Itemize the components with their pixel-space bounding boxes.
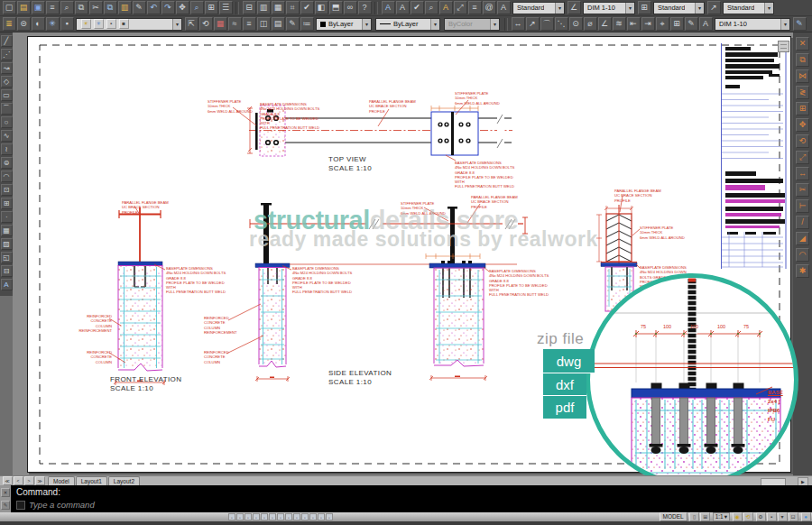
chevron-down-icon[interactable]: ▾ [430, 19, 439, 30]
quick-dimension-icon[interactable]: ≋ [613, 17, 626, 31]
snap-toggle[interactable]: ▫ [228, 513, 235, 520]
command-input-line[interactable]: Type a command [16, 500, 95, 510]
line-icon[interactable]: ╱ [1, 35, 13, 47]
layer-properties-icon[interactable]: ≣ [3, 17, 16, 31]
tab-layout2[interactable]: Layout2 [108, 476, 140, 485]
radius-dimension-icon[interactable]: ⊙ [569, 17, 583, 31]
layer-on-icon[interactable]: ☀ [81, 19, 91, 29]
table-icon[interactable]: ⊟ [1, 265, 13, 277]
new-file-icon[interactable]: ▢ [3, 1, 16, 14]
annotation-scale-control[interactable]: 1:1 ▾ [713, 512, 730, 521]
dimension-edit-icon[interactable]: ✎ [685, 17, 698, 31]
color-control-icon[interactable]: ▦ [214, 17, 227, 31]
xref-icon[interactable]: ⬒ [329, 1, 343, 14]
linear-dimension-icon[interactable]: ↔ [512, 17, 525, 31]
osnap-toggle[interactable]: ▫ [261, 513, 268, 520]
text-style-combo[interactable]: Standard ▾ [512, 2, 565, 14]
make-object-layer-icon[interactable]: ⇱ [185, 17, 198, 31]
match-layer-icon[interactable]: ✎ [286, 17, 300, 31]
mirror-icon[interactable]: ⋈ [796, 69, 809, 83]
match-properties-icon[interactable]: ✎ [133, 1, 146, 14]
quick-view-layouts-icon[interactable]: ▯ [689, 512, 699, 521]
move-icon[interactable]: ✥ [796, 118, 809, 132]
chevron-down-icon[interactable]: ▾ [764, 3, 773, 14]
hatch-icon[interactable]: ▦ [1, 225, 13, 236]
markup-icon[interactable]: ✔ [300, 1, 314, 14]
erase-icon[interactable]: ✕ [796, 37, 809, 51]
dimension-text-edit-icon[interactable]: A [699, 17, 713, 31]
trim-icon[interactable]: ✂ [796, 183, 809, 197]
otrack-toggle[interactable]: ▫ [269, 513, 276, 520]
plot-style-icon[interactable]: ◫ [257, 17, 271, 31]
first-tab-icon[interactable]: ≪ [3, 476, 13, 485]
am-toggle[interactable]: ▫ [318, 513, 325, 520]
layer-lock-icon[interactable]: ▪ [106, 19, 116, 29]
status-menu-icon[interactable]: ▾ [778, 512, 788, 521]
workspace-switch-icon[interactable]: ⚙ [756, 512, 766, 521]
justify-text-icon[interactable]: ≡ [468, 1, 482, 14]
mleader-style-manager-icon[interactable]: ↗ [707, 1, 721, 14]
tolerance-icon[interactable]: ⊞ [670, 17, 684, 31]
pan-icon[interactable]: ✥ [176, 1, 189, 14]
rotate-icon[interactable]: ⟲ [796, 134, 809, 148]
sheet-set-manager-icon[interactable]: ▦ [272, 1, 285, 14]
layer-freeze-icon[interactable]: ✳ [94, 19, 104, 29]
command-tool-icon[interactable]: ✎ [1, 501, 10, 510]
dimension-update-icon[interactable]: ✎ [793, 17, 807, 31]
tool-palettes-icon[interactable]: ▥ [257, 1, 271, 14]
grid-toggle[interactable]: ▫ [236, 513, 244, 520]
dim-current-combo[interactable]: DIM 1-10 ▾ [715, 18, 790, 31]
mtext-icon[interactable]: A [382, 1, 395, 14]
chevron-down-icon[interactable]: ▾ [625, 3, 634, 14]
layer-previous-icon[interactable]: ⟲ [199, 17, 213, 31]
chamfer-icon[interactable]: ◢ [796, 232, 809, 245]
find-text-icon[interactable]: ⌕ [425, 1, 438, 14]
close-command-icon[interactable]: ✕ [1, 488, 10, 497]
plot-icon[interactable]: ≡ [46, 1, 60, 14]
scale-icon[interactable]: ⤢ [796, 151, 809, 164]
next-tab-icon[interactable]: > [24, 476, 34, 485]
open-file-icon[interactable]: ▤ [17, 1, 31, 14]
status-sphere-icon[interactable]: ● [801, 512, 811, 521]
lwt-toggle[interactable]: ▫ [293, 513, 300, 520]
command-window[interactable]: Command: Type a command [0, 485, 812, 512]
qp-toggle[interactable]: ▫ [301, 513, 309, 520]
scrollbar-corner-box[interactable] [778, 41, 789, 52]
spline-icon[interactable]: ≀ [1, 143, 13, 155]
chevron-down-icon[interactable]: ▾ [695, 3, 704, 14]
ws-toggle[interactable]: ▫ [326, 513, 333, 520]
help-icon[interactable]: ? [358, 1, 372, 14]
text-style-icon[interactable]: A [439, 1, 453, 14]
zoom-window-icon[interactable]: ⊞ [205, 1, 218, 14]
table-style-manager-icon[interactable]: ⊞ [638, 1, 651, 14]
dyn-toggle[interactable]: ▫ [285, 513, 292, 520]
continue-dimension-icon[interactable]: ⇥ [641, 17, 655, 31]
stretch-icon[interactable]: ↔ [796, 167, 809, 180]
tab-model[interactable]: Model [48, 476, 75, 485]
polar-toggle[interactable]: ▫ [253, 513, 260, 520]
polygon-icon[interactable]: ◇ [1, 76, 13, 88]
layer-states-icon[interactable]: ⊜ [17, 17, 31, 31]
table-style-combo[interactable]: Standard ▾ [653, 2, 705, 14]
extend-icon[interactable]: ⊢ [796, 199, 809, 213]
quick-view-drawings-icon[interactable]: ⊞ [700, 512, 710, 521]
annotation-visibility-icon[interactable]: ◉ [733, 512, 743, 521]
list-icon[interactable]: ≔ [300, 17, 314, 31]
dim-style-combo[interactable]: DIM 1-10 ▾ [583, 2, 635, 14]
chevron-down-icon[interactable]: ▾ [780, 19, 789, 30]
arc-icon[interactable]: ⌒ [1, 103, 13, 115]
text-style-manager-icon[interactable]: A [497, 1, 511, 14]
insert-block-icon[interactable]: ⊡ [1, 184, 13, 196]
annotation-autoscale-icon[interactable]: ⟲ [743, 512, 753, 521]
design-center-icon[interactable]: ⊟ [243, 1, 256, 14]
copy-object-icon[interactable]: ⧉ [796, 53, 809, 67]
chevron-down-icon[interactable]: ▾ [490, 19, 499, 30]
chevron-down-icon[interactable]: ▾ [172, 19, 181, 30]
save-icon[interactable]: ▣ [32, 1, 45, 14]
ducs-toggle[interactable]: ▫ [277, 513, 284, 520]
angular-dimension-icon[interactable]: ∠ [598, 17, 612, 31]
clean-screen-icon[interactable]: ⊡ [789, 512, 798, 521]
center-mark-icon[interactable]: ⌖ [656, 17, 669, 31]
rectangle-icon[interactable]: ▭ [1, 89, 13, 101]
plot-style-combo[interactable]: ByColor ▾ [444, 18, 500, 31]
